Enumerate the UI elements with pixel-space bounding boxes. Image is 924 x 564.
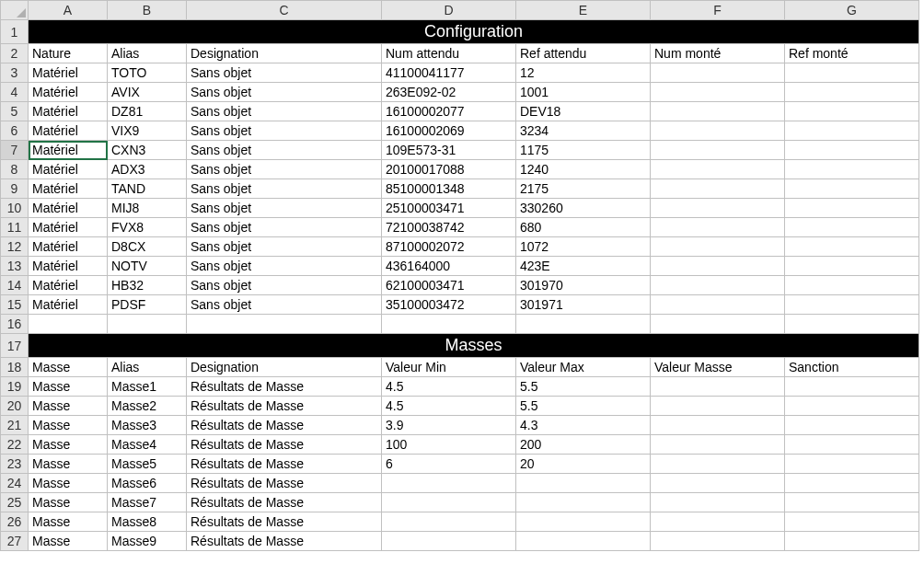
cell-B13[interactable]: NOTV xyxy=(108,257,187,276)
cell-D22[interactable]: 100 xyxy=(382,435,516,455)
cell-E3[interactable]: 12 xyxy=(516,63,651,83)
cell-C2[interactable]: Designation xyxy=(187,44,382,63)
cell-G5[interactable] xyxy=(785,102,919,121)
section-banner[interactable]: Configuration xyxy=(29,20,919,44)
row-header-8[interactable]: 8 xyxy=(1,160,29,179)
cell-F8[interactable] xyxy=(651,160,785,179)
cell-B11[interactable]: FVX8 xyxy=(108,218,187,237)
row-header-4[interactable]: 4 xyxy=(1,83,29,102)
cell-A24[interactable]: Masse xyxy=(29,474,108,493)
cell-D7[interactable]: 109E573-31 xyxy=(382,141,516,160)
cell-G9[interactable] xyxy=(785,179,919,199)
cell-B18[interactable]: Alias xyxy=(108,358,187,377)
cell-E2[interactable]: Ref attendu xyxy=(516,44,651,63)
cell-F21[interactable] xyxy=(651,416,785,435)
row-header-13[interactable]: 13 xyxy=(1,257,29,276)
cell-A7[interactable]: Matériel xyxy=(29,141,108,160)
column-header-F[interactable]: F xyxy=(651,1,785,20)
cell-C6[interactable]: Sans objet xyxy=(187,121,382,141)
cell-B22[interactable]: Masse4 xyxy=(108,435,187,455)
cell-E7[interactable]: 1175 xyxy=(516,141,651,160)
cell-C18[interactable]: Designation xyxy=(187,358,382,377)
cell-C10[interactable]: Sans objet xyxy=(187,199,382,218)
cell-D3[interactable]: 41100041177 xyxy=(382,63,516,83)
cell-A16[interactable] xyxy=(29,315,108,334)
cell-G13[interactable] xyxy=(785,257,919,276)
cell-G8[interactable] xyxy=(785,160,919,179)
cell-B19[interactable]: Masse1 xyxy=(108,377,187,397)
cell-A10[interactable]: Matériel xyxy=(29,199,108,218)
row-header-16[interactable]: 16 xyxy=(1,315,29,334)
cell-A12[interactable]: Matériel xyxy=(29,237,108,257)
cell-E23[interactable]: 20 xyxy=(516,455,651,474)
cell-D26[interactable] xyxy=(382,512,516,532)
cell-A4[interactable]: Matériel xyxy=(29,83,108,102)
row-header-10[interactable]: 10 xyxy=(1,199,29,218)
cell-C14[interactable]: Sans objet xyxy=(187,276,382,295)
cell-B20[interactable]: Masse2 xyxy=(108,397,187,416)
cell-B14[interactable]: HB32 xyxy=(108,276,187,295)
cell-D18[interactable]: Valeur Min xyxy=(382,358,516,377)
row-header-24[interactable]: 24 xyxy=(1,474,29,493)
cell-C4[interactable]: Sans objet xyxy=(187,83,382,102)
cell-E5[interactable]: DEV18 xyxy=(516,102,651,121)
cell-A5[interactable]: Matériel xyxy=(29,102,108,121)
row-header-14[interactable]: 14 xyxy=(1,276,29,295)
row-header-2[interactable]: 2 xyxy=(1,44,29,63)
cell-D4[interactable]: 263E092-02 xyxy=(382,83,516,102)
cell-B24[interactable]: Masse6 xyxy=(108,474,187,493)
cell-F10[interactable] xyxy=(651,199,785,218)
cell-B16[interactable] xyxy=(108,315,187,334)
row-header-6[interactable]: 6 xyxy=(1,121,29,141)
cell-B23[interactable]: Masse5 xyxy=(108,455,187,474)
cell-A13[interactable]: Matériel xyxy=(29,257,108,276)
cell-A23[interactable]: Masse xyxy=(29,455,108,474)
cell-C7[interactable]: Sans objet xyxy=(187,141,382,160)
cell-B2[interactable]: Alias xyxy=(108,44,187,63)
row-header-17[interactable]: 17 xyxy=(1,334,29,358)
cell-F19[interactable] xyxy=(651,377,785,397)
cell-D21[interactable]: 3.9 xyxy=(382,416,516,435)
cell-B9[interactable]: TAND xyxy=(108,179,187,199)
cell-F26[interactable] xyxy=(651,512,785,532)
row-header-23[interactable]: 23 xyxy=(1,455,29,474)
cell-E20[interactable]: 5.5 xyxy=(516,397,651,416)
cell-C12[interactable]: Sans objet xyxy=(187,237,382,257)
cell-C25[interactable]: Résultats de Masse xyxy=(187,493,382,512)
cell-B6[interactable]: VIX9 xyxy=(108,121,187,141)
cell-E11[interactable]: 680 xyxy=(516,218,651,237)
cell-F13[interactable] xyxy=(651,257,785,276)
column-header-D[interactable]: D xyxy=(382,1,516,20)
column-header-A[interactable]: A xyxy=(29,1,108,20)
cell-C8[interactable]: Sans objet xyxy=(187,160,382,179)
cell-C20[interactable]: Résultats de Masse xyxy=(187,397,382,416)
cell-D14[interactable]: 62100003471 xyxy=(382,276,516,295)
cell-A27[interactable]: Masse xyxy=(29,532,108,551)
cell-C19[interactable]: Résultats de Masse xyxy=(187,377,382,397)
cell-D9[interactable]: 85100001348 xyxy=(382,179,516,199)
cell-D20[interactable]: 4.5 xyxy=(382,397,516,416)
cell-E10[interactable]: 330260 xyxy=(516,199,651,218)
cell-D2[interactable]: Num attendu xyxy=(382,44,516,63)
cell-D23[interactable]: 6 xyxy=(382,455,516,474)
cell-C5[interactable]: Sans objet xyxy=(187,102,382,121)
row-header-3[interactable]: 3 xyxy=(1,63,29,83)
cell-F12[interactable] xyxy=(651,237,785,257)
cell-A8[interactable]: Matériel xyxy=(29,160,108,179)
cell-C11[interactable]: Sans objet xyxy=(187,218,382,237)
cell-F15[interactable] xyxy=(651,295,785,315)
cell-C24[interactable]: Résultats de Masse xyxy=(187,474,382,493)
cell-E16[interactable] xyxy=(516,315,651,334)
cell-F16[interactable] xyxy=(651,315,785,334)
cell-B12[interactable]: D8CX xyxy=(108,237,187,257)
cell-D13[interactable]: 436164000 xyxy=(382,257,516,276)
cell-F23[interactable] xyxy=(651,455,785,474)
row-header-9[interactable]: 9 xyxy=(1,179,29,199)
cell-G15[interactable] xyxy=(785,295,919,315)
cell-F7[interactable] xyxy=(651,141,785,160)
cell-C3[interactable]: Sans objet xyxy=(187,63,382,83)
row-header-26[interactable]: 26 xyxy=(1,512,29,532)
cell-D19[interactable]: 4.5 xyxy=(382,377,516,397)
cell-E24[interactable] xyxy=(516,474,651,493)
cell-F11[interactable] xyxy=(651,218,785,237)
